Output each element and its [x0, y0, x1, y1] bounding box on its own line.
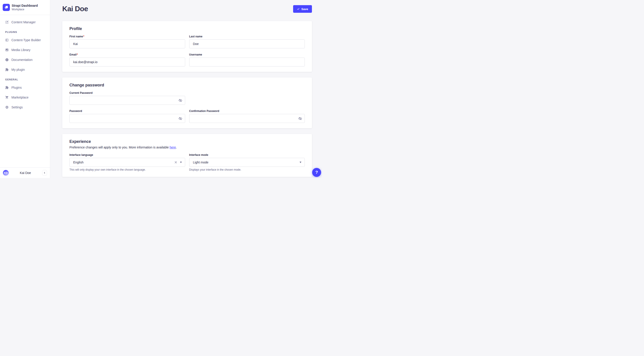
cards-container: Profile First name* Last name	[62, 21, 312, 177]
interface-mode-select[interactable]: Light mode	[189, 158, 305, 167]
sidebar: Strapi Dashboard Workplace Content Manag…	[0, 0, 50, 178]
password-label: Password	[70, 109, 185, 113]
sidebar-item-label: My plugin	[12, 68, 25, 72]
sidebar-item-settings[interactable]: Settings	[3, 103, 47, 111]
sidebar-item-label: Plugins	[12, 86, 22, 89]
main-content: Kai Doe Save Profile First name*	[50, 0, 322, 178]
interface-language-hint: This will only display your own interfac…	[70, 168, 185, 172]
field-username: Username	[189, 53, 305, 66]
interface-language-value: English	[73, 160, 84, 164]
toggle-confirmation-password-visibility-button[interactable]	[298, 116, 302, 121]
sidebar-collapse-button[interactable]	[42, 170, 47, 176]
label-text: Current Password	[70, 91, 92, 95]
sidebar-item-marketplace[interactable]: Marketplace	[3, 93, 47, 102]
more-information-link[interactable]: here	[170, 146, 176, 149]
label-text: Email	[70, 53, 76, 56]
toggle-current-password-visibility-button[interactable]	[178, 98, 183, 102]
interface-mode-hint: Displays your interface in the chosen mo…	[189, 168, 305, 172]
label-text: First name	[70, 35, 83, 38]
save-button[interactable]: Save	[293, 5, 312, 13]
app-window: Strapi Dashboard Workplace Content Manag…	[0, 0, 322, 178]
field-interface-language: Interface language English This wil	[70, 153, 185, 172]
help-button[interactable]: ?	[312, 168, 321, 177]
strapi-logo-icon	[3, 4, 10, 11]
interface-mode-label: Interface mode	[189, 153, 305, 157]
sidebar-item-label: Content Manager	[12, 20, 36, 24]
email-input[interactable]	[70, 58, 185, 66]
username-label: Username	[189, 53, 305, 56]
current-password-input-wrap	[70, 96, 185, 105]
workspace-title: Strapi Dashboard	[12, 4, 38, 8]
interface-mode-value: Light mode	[193, 160, 208, 164]
experience-card-title: Experience	[70, 139, 305, 144]
first-name-label: First name*	[70, 35, 185, 38]
sidebar-item-content-manager[interactable]: Content Manager	[3, 18, 47, 26]
confirmation-password-label: Confirmation Password	[189, 109, 305, 113]
email-label: Email*	[70, 53, 185, 56]
image-icon	[5, 48, 9, 52]
puzzle-icon	[5, 68, 9, 72]
first-name-input[interactable]	[70, 40, 185, 48]
sidebar-user-footer: KD Kai Doe	[0, 167, 50, 178]
sidebar-item-my-plugin[interactable]: My plugin	[3, 66, 47, 74]
last-name-label: Last name	[189, 35, 305, 38]
field-current-password: Current Password	[70, 91, 185, 105]
info-icon	[5, 58, 9, 62]
sidebar-item-label: Marketplace	[12, 96, 28, 99]
password-input-wrap	[70, 114, 185, 123]
label-text: Interface language	[70, 153, 93, 157]
confirmation-password-input[interactable]	[189, 114, 305, 123]
sidebar-item-content-type-builder[interactable]: Content-Type Builder	[3, 36, 47, 44]
chevron-left-icon	[44, 172, 46, 174]
select-icons	[174, 161, 182, 164]
field-last-name: Last name	[189, 35, 305, 48]
page-title: Kai Doe	[62, 5, 88, 13]
edit-icon	[5, 20, 9, 24]
eye-off-icon	[178, 98, 182, 102]
sidebar-item-media-library[interactable]: Media Library	[3, 46, 47, 54]
page-header: Kai Doe Save	[62, 0, 312, 13]
interface-language-select[interactable]: English	[70, 158, 185, 167]
gear-icon	[5, 106, 9, 109]
cart-icon	[5, 96, 9, 99]
password-input[interactable]	[70, 114, 185, 123]
toggle-password-visibility-button[interactable]	[178, 116, 183, 121]
sidebar-item-label: Content-Type Builder	[12, 38, 41, 42]
sidebar-item-label: Settings	[12, 106, 23, 109]
field-first-name: First name*	[70, 35, 185, 48]
chevron-down-icon[interactable]	[180, 162, 182, 163]
experience-fields-grid: Interface language English This wil	[70, 153, 305, 172]
select-icons	[300, 162, 302, 163]
interface-language-label: Interface language	[70, 153, 185, 157]
puzzle-icon	[5, 86, 9, 89]
label-text: Username	[189, 53, 202, 56]
username-input[interactable]	[189, 58, 305, 66]
current-password-label: Current Password	[70, 91, 185, 95]
chevron-down-icon[interactable]	[300, 162, 302, 163]
sidebar-item-plugins[interactable]: Plugins	[3, 84, 47, 92]
label-text: Confirmation Password	[189, 109, 220, 113]
field-new-password: Password	[70, 109, 185, 123]
save-button-label: Save	[302, 8, 308, 11]
eye-off-icon	[178, 117, 182, 120]
current-password-input[interactable]	[70, 96, 185, 105]
sidebar-item-documentation[interactable]: Documentation	[3, 56, 47, 64]
sidebar-user-name[interactable]: Kai Doe	[9, 171, 42, 175]
last-name-input[interactable]	[189, 40, 305, 48]
spacer-cell	[189, 91, 305, 105]
confirmation-password-input-wrap	[189, 114, 305, 123]
sidebar-item-label: Documentation	[12, 58, 32, 62]
avatar[interactable]: KD	[3, 170, 9, 176]
clear-icon[interactable]	[174, 161, 177, 164]
field-confirmation-password: Confirmation Password	[189, 109, 305, 123]
sidebar-item-label: Media Library	[12, 48, 30, 52]
sidebar-section-general: GENERAL	[5, 78, 45, 81]
profile-fields-grid: First name* Last name Email*	[70, 35, 305, 66]
label-text: Password	[70, 109, 82, 113]
profile-card: Profile First name* Last name	[62, 21, 312, 72]
description-text: Preference changes will apply only to yo…	[70, 146, 170, 149]
field-email: Email*	[70, 53, 185, 66]
label-text: Interface mode	[189, 153, 208, 157]
workspace-subtitle: Workplace	[12, 8, 38, 11]
experience-description: Preference changes will apply only to yo…	[70, 145, 305, 150]
